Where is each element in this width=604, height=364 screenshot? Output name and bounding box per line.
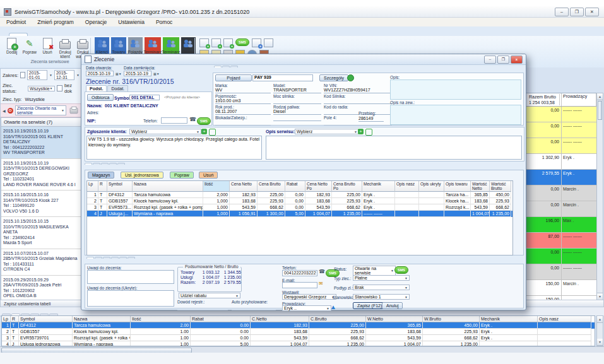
uwagi-textarea[interactable]	[87, 270, 174, 284]
usun-button[interactable]: ✖ Usuń	[39, 37, 55, 54]
calendar-add-icon[interactable]: +	[223, 38, 233, 47]
wystawil-select[interactable]: Deręgowski Grzegorz▼	[282, 294, 336, 300]
telefon2-input[interactable]: 0041222203222	[282, 270, 317, 276]
item-row[interactable]: 4J Usługa j...Wymiana - naprawa 1,0001 0…	[87, 211, 512, 217]
view-select[interactable]: Zlecenia Otwarte na serwisie▼	[15, 105, 66, 115]
bottom-dialog-tab[interactable]	[103, 257, 110, 259]
close-button[interactable]: ✕	[585, 8, 599, 16]
totals-row[interactable]: 0,00 ------ ------	[526, 249, 596, 264]
sms-icon[interactable]: SMS	[235, 38, 249, 46]
opis-zew-textarea[interactable]	[390, 105, 521, 125]
totals-row[interactable]: 1 302,90 Eryk .	[526, 154, 596, 170]
dowod-input[interactable]	[177, 305, 228, 310]
vehicle-tab[interactable]	[222, 66, 230, 68]
order-list-item[interactable]: 2015.10.19/2015.10.19 316/VTR/10/2015 00…	[1, 127, 81, 159]
totals-row[interactable]: 0,00 ------ ------	[526, 107, 596, 122]
symbol-value[interactable]: 001 DETAL	[129, 95, 160, 100]
dodaj-button[interactable]: + Dodaj	[4, 37, 20, 54]
auto-input[interactable]	[232, 305, 276, 310]
opis-textarea[interactable]	[390, 79, 521, 100]
field-value[interactable]: 08.11.2007	[215, 109, 271, 115]
menu-item[interactable]: Podmiot	[6, 19, 26, 25]
scroll-up-icon[interactable]: ▲	[597, 93, 603, 100]
opis-serwisu-textarea[interactable]	[266, 136, 522, 160]
sms-icon[interactable]: SMS	[394, 266, 408, 274]
date-from-input[interactable]: 2015-01-01	[27, 70, 47, 80]
bez-dok-checkbox[interactable]	[57, 85, 62, 91]
mail-icon[interactable]: ✉	[319, 281, 323, 286]
items-tab[interactable]	[117, 163, 125, 165]
popraw-button[interactable]: ✎ Popraw	[21, 37, 37, 54]
print-list-icon[interactable]	[70, 107, 78, 113]
items-tab[interactable]	[85, 163, 92, 165]
tab-podst[interactable]: Podst.	[86, 85, 107, 91]
phone-icon[interactable]: ☎	[319, 269, 325, 274]
stanowisko-select[interactable]: Stanowisko 1▼	[353, 294, 410, 300]
calendar-add-icon[interactable]: +	[211, 38, 221, 47]
order-list-item[interactable]: 2015.10.07/2015.10.07 285/VTR/10/2015 Gr…	[1, 249, 81, 276]
email-input[interactable]	[282, 282, 317, 288]
telefon-input[interactable]	[161, 117, 187, 124]
totals-row[interactable]: 196,00 Max .	[526, 217, 596, 233]
zakres-checkbox[interactable]	[20, 72, 25, 78]
odbiorca-button[interactable]: Odbiorca	[87, 94, 114, 101]
items-tab[interactable]	[109, 163, 117, 165]
typ-zlec-select[interactable]: Płatne▼	[353, 275, 410, 281]
field-value[interactable]: WV1ZZZ7HZ8H059417	[324, 88, 392, 93]
date-to-picker-icon[interactable]: ▼	[76, 73, 80, 77]
magazyn-button[interactable]: Magazyn	[88, 172, 114, 179]
field-value[interactable]	[324, 98, 392, 104]
add-icon[interactable]: +	[358, 129, 364, 134]
menu-item[interactable]: Ustawienia	[118, 19, 145, 25]
field-value[interactable]: Diesel	[273, 109, 321, 115]
sms-icon[interactable]: SMS	[197, 117, 211, 125]
window-icon[interactable]	[264, 38, 273, 47]
table-row[interactable]: 3T EVR55739701Rozrząd kpl. (pasek + rolk…	[2, 335, 595, 341]
scroll-thumb[interactable]	[598, 101, 602, 120]
dialog-close-button[interactable]: x	[511, 56, 523, 64]
bottom-table-scrollbar[interactable]: ▲ ▼	[596, 315, 603, 346]
pojazd-button[interactable]: Pojazd	[215, 74, 252, 81]
field-value[interactable]	[273, 115, 321, 121]
totals-row[interactable]: 0,00 ------ ------	[526, 264, 596, 280]
history-icon[interactable]	[347, 74, 354, 81]
totals-row[interactable]: 0,00 ------ ------	[526, 122, 596, 138]
dialog-minimize-button[interactable]: –	[484, 56, 496, 64]
expand-icon[interactable]	[365, 129, 372, 136]
refresh-icon[interactable]: O	[8, 108, 13, 114]
up-arrow-icon[interactable]: ▲	[330, 303, 336, 310]
data-otwarcia-calendar-icon[interactable]: ▦▼	[115, 72, 122, 76]
totals-row[interactable]: 2 579,55 Eryk .	[526, 170, 596, 185]
menu-item[interactable]: Operacje	[85, 19, 107, 25]
order-list-item[interactable]: 2015.09.29/2015.09.29 26A/VTR/09/2015 Ja…	[1, 276, 81, 302]
maximize-button[interactable]: ❐	[570, 8, 584, 16]
totals-row[interactable]: 0,00 ------ ------	[526, 138, 596, 154]
toolbar-button[interactable]: Klienci	[95, 37, 109, 54]
table-row[interactable]: 1T DF4312Tarcza hamulcowa 2.000.00 182,9…	[2, 322, 595, 329]
podtyp-select[interactable]: Brak▼	[353, 285, 410, 290]
opis-serwisu-select[interactable]: Wybierz▼	[295, 129, 359, 134]
toolbar-button[interactable]: Terminarz	[145, 37, 161, 54]
date-from-picker-icon[interactable]: ▼	[49, 73, 52, 77]
add-icon[interactable]: +	[201, 129, 207, 134]
toolbar-button[interactable]: Towary	[111, 37, 126, 54]
udziel-rabatu-select[interactable]: Udziel rabatu▼	[179, 293, 240, 298]
window-add-icon[interactable]: +	[252, 38, 261, 47]
bottom-dialog-tab[interactable]	[127, 257, 135, 259]
scroll-down-icon[interactable]: ▼	[597, 339, 603, 346]
data-otwarcia-input[interactable]: 2015-10-19	[86, 71, 114, 76]
totals-row[interactable]: 0,00 Marcin .	[526, 201, 596, 217]
bottom-dialog-tab[interactable]	[95, 257, 102, 259]
expand-icon[interactable]	[209, 129, 216, 136]
dialog-maximize-button[interactable]: ❐	[497, 56, 509, 64]
usun-item-button[interactable]: Usuń	[199, 172, 218, 179]
vehicle-tab[interactable]	[214, 66, 222, 68]
totals-row[interactable]: 0,00 Marcin .	[526, 185, 596, 201]
tab-dodat[interactable]: Dodat.	[107, 85, 128, 91]
prowadzacy-select[interactable]: Eryk ..▼	[282, 305, 331, 311]
collapse-arrow-icon[interactable]: ◀	[3, 109, 6, 113]
drukuj-klient-button[interactable]: Drukuj klient	[57, 37, 73, 59]
item-row[interactable]: 1T DF4312Tarcza hamulcowa 2,000182,93 22…	[87, 192, 512, 198]
typ-select[interactable]: Wszystkie	[23, 97, 80, 102]
field-value[interactable]	[215, 120, 271, 126]
